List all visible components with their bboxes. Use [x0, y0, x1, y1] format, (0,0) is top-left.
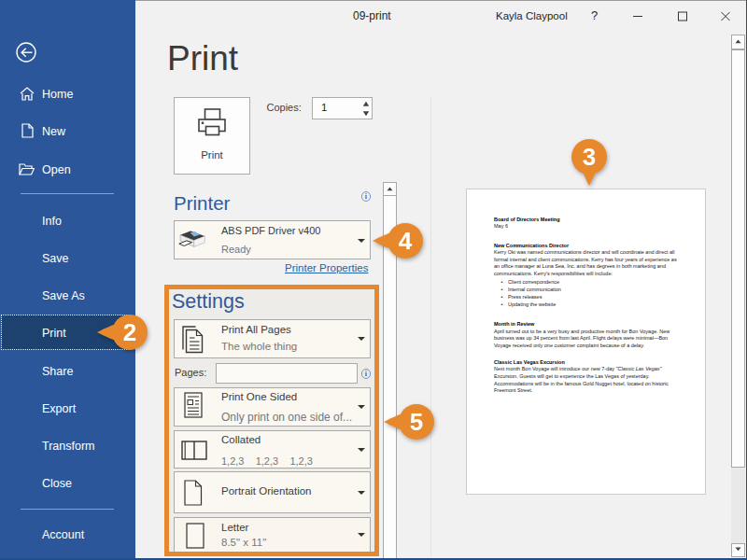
svg-text:5: 5: [410, 408, 423, 436]
svg-text:3: 3: [582, 143, 595, 171]
svg-text:4: 4: [399, 227, 413, 255]
svg-text:2: 2: [123, 318, 136, 346]
